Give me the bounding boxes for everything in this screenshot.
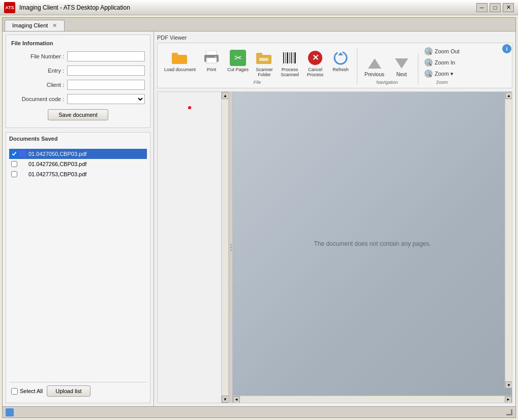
zoom-in-label: Zoom In — [435, 59, 455, 66]
pdf-area: ▲ ▼ — [157, 91, 512, 403]
pdf-viewer-title: PDF Viewer — [157, 35, 512, 41]
pdf-vertical-scroll: ▲ ▼ — [505, 92, 512, 389]
refresh-icon — [332, 50, 349, 66]
left-panel: File Information File Number : Entry : C… — [3, 31, 154, 406]
barcode-icon — [282, 50, 298, 66]
pdf-thumbnails: ▲ ▼ — [158, 92, 229, 403]
splitter-handle — [230, 244, 232, 251]
splitter-dot — [230, 247, 232, 248]
close-button[interactable]: ✕ — [503, 3, 514, 12]
hscroll-left[interactable]: ◄ — [233, 396, 240, 403]
thumbnail-content — [162, 106, 217, 109]
documents-saved-title: Documents Saved — [9, 136, 147, 142]
zoom-in-button[interactable]: 🔍 Zoom In — [421, 57, 463, 68]
previous-button[interactable]: Previous — [360, 54, 388, 79]
zoom-button[interactable]: 🔍 Zoom ▾ — [421, 69, 463, 79]
pdf-main-view: The document does not contain any pages.… — [233, 92, 512, 396]
refresh-button[interactable]: Refresh — [328, 48, 353, 79]
right-panel: PDF Viewer L — [154, 31, 515, 406]
tab-imaging-client[interactable]: Imaging Client ✕ — [5, 20, 65, 31]
resize-handle[interactable] — [506, 409, 512, 415]
thumb-scroll-track — [222, 99, 228, 396]
zoom-out-icon: 🔍 — [424, 47, 433, 55]
select-all-checkbox[interactable] — [11, 388, 18, 395]
pdf-empty-message: The document does not contain any pages. — [314, 240, 431, 247]
doc-icon-0 — [19, 150, 26, 157]
svg-rect-16 — [291, 52, 292, 63]
select-all-text: Select All — [20, 388, 43, 394]
next-button[interactable]: Next — [389, 54, 414, 79]
title-bar-left: ATS Imaging Client - ATS Desktop Applica… — [4, 2, 130, 13]
thumbnail-dot — [188, 106, 191, 109]
svg-rect-4 — [206, 58, 217, 63]
maximize-button[interactable]: □ — [490, 3, 501, 12]
tab-close-icon[interactable]: ✕ — [52, 22, 57, 28]
cancel-process-button[interactable]: ✕ CancelProcess — [303, 48, 327, 79]
zoom-out-button[interactable]: 🔍 Zoom Out — [421, 46, 463, 56]
pdf-scroll-down[interactable]: ▼ — [505, 381, 512, 389]
file-number-input[interactable] — [67, 51, 145, 61]
thumb-scroll-up[interactable]: ▲ — [222, 92, 229, 99]
pdf-main-container: The document does not contain any pages.… — [233, 92, 512, 403]
arrow-down-icon — [393, 55, 410, 72]
svg-rect-13 — [285, 52, 286, 63]
list-item[interactable]: 01.0427050,CBP03.pdf — [9, 149, 147, 159]
arrow-up-icon — [367, 55, 383, 72]
previous-label: Previous — [364, 72, 384, 77]
save-document-button[interactable]: Save document — [48, 109, 108, 120]
cut-pages-button[interactable]: ✂ Cut Pages — [225, 48, 251, 79]
toolbar-zoom-group: 🔍 Zoom Out 🔍 Zoom In 🔍 Zoom ▾ — [421, 46, 467, 85]
print-button[interactable]: Print — [199, 48, 224, 79]
doc-icon-1 — [19, 160, 26, 168]
splitter-dot — [230, 249, 232, 251]
list-item[interactable]: 01.0427266,CBP03.pdf — [9, 159, 147, 169]
doc-name-1: 01.0427266,CBP03.pdf — [28, 161, 86, 167]
hscroll-track — [240, 396, 505, 403]
entry-input[interactable] — [67, 66, 145, 76]
file-group-label: File — [254, 80, 261, 85]
list-item[interactable]: 01.0427753,CBP03.pdf — [9, 169, 147, 179]
zoom-controls: 🔍 Zoom Out 🔍 Zoom In 🔍 Zoom ▾ — [421, 46, 463, 79]
pdf-toolbar: Load document — [157, 43, 512, 88]
svg-rect-1 — [172, 53, 178, 57]
doc-name-0: 01.0427050,CBP03.pdf — [28, 151, 86, 157]
info-button[interactable]: i — [502, 44, 511, 53]
svg-rect-18 — [294, 52, 296, 63]
print-label: Print — [207, 67, 217, 72]
bottom-bar: Select All Upload list — [9, 382, 147, 400]
navigation-group-label: Navigation — [376, 80, 398, 85]
svg-rect-14 — [287, 52, 288, 63]
app-logo: ATS — [4, 2, 15, 13]
svg-rect-9 — [256, 53, 262, 57]
doc-code-select[interactable] — [67, 94, 145, 104]
window-title: Imaging Client - ATS Desktop Application — [19, 4, 130, 11]
scanner-folder-icon — [256, 50, 272, 66]
load-document-button[interactable]: Load document — [162, 48, 198, 79]
entry-label: Entry : — [11, 68, 67, 74]
doc-checkbox-2[interactable] — [11, 171, 17, 177]
pdf-horizontal-scroll: ◄ ► — [233, 396, 512, 403]
process-scanned-button[interactable]: ProcessScanned — [278, 48, 302, 79]
upload-list-button[interactable]: Upload list — [47, 385, 90, 397]
hscroll-right[interactable]: ► — [505, 396, 512, 403]
doc-checkbox-1[interactable] — [11, 161, 17, 167]
title-bar: ATS Imaging Client - ATS Desktop Applica… — [0, 0, 518, 15]
scanner-folder-label: ScannerFolder — [256, 67, 273, 77]
scissors-icon: ✂ — [230, 50, 246, 66]
select-all-label[interactable]: Select All — [11, 388, 43, 395]
svg-point-5 — [215, 56, 217, 58]
panel-splitter[interactable] — [229, 92, 233, 403]
navigation-group-buttons: Previous Next — [360, 54, 414, 79]
svg-rect-17 — [293, 52, 293, 63]
doc-code-row: Document code : — [11, 94, 145, 104]
thumb-scroll-down[interactable]: ▼ — [222, 396, 229, 403]
zoom-icon: 🔍 — [424, 70, 433, 78]
doc-checkbox-0[interactable] — [11, 151, 17, 157]
scanner-folder-button[interactable]: ScannerFolder — [252, 48, 277, 79]
next-label: Next — [397, 72, 407, 77]
minimize-button[interactable]: ─ — [476, 3, 487, 12]
documents-saved-section: Documents Saved 01.0427050,CBP03.pdf 01.… — [6, 132, 150, 403]
client-input[interactable] — [67, 80, 145, 90]
pdf-scroll-up[interactable]: ▲ — [505, 92, 512, 99]
file-information-section: File Information File Number : Entry : C… — [6, 35, 150, 128]
